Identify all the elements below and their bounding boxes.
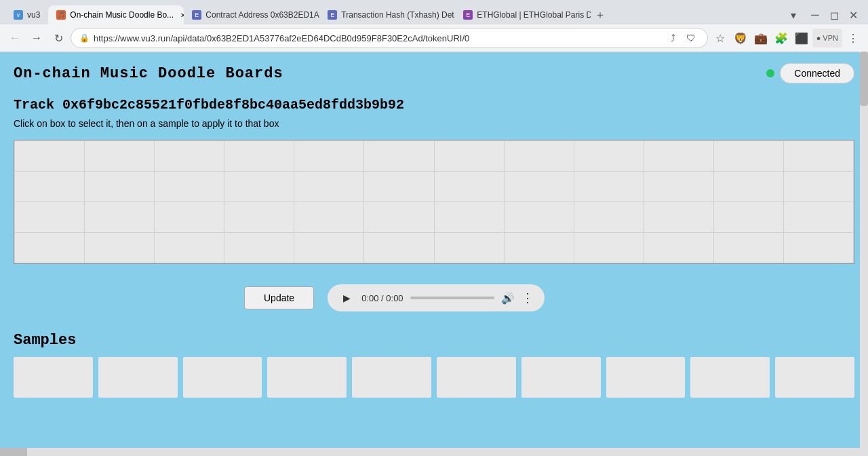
grid-cell[interactable] [294,233,363,263]
bookmark-icon[interactable]: ☆ [711,28,730,48]
grid-cell[interactable] [364,172,433,202]
grid-cell[interactable] [364,202,433,232]
address-box[interactable]: 🔒 https://www.vu3.run/api/data/0x63B2ED1… [71,28,708,48]
grid-cell[interactable] [224,202,294,232]
grid-cell[interactable] [85,233,154,263]
sample-cell[interactable] [775,357,854,398]
scrollbar-thumb[interactable] [860,52,868,106]
maximize-button[interactable]: ◻ [825,5,844,24]
grid-cell[interactable] [574,202,644,232]
grid-cell[interactable] [505,233,574,263]
tab-list-button[interactable]: ▾ [784,5,803,24]
bottom-scroll-thumb[interactable] [0,448,27,456]
grid-cell[interactable] [85,172,154,202]
grid-cell[interactable] [294,141,363,171]
sample-cell[interactable] [606,357,686,398]
close-window-button[interactable]: ✕ [844,5,863,24]
tab-favicon-ethglobal: E [463,10,473,20]
grid-cell[interactable] [435,233,504,263]
grid-cell[interactable] [294,202,363,232]
brave-shield-icon[interactable]: 🛡 [683,30,699,46]
controls-row: Update ▶ 0:00 / 0:00 🔊 ⋮ [14,284,854,311]
grid-cell[interactable] [155,202,224,232]
grid-cell[interactable] [574,141,644,171]
update-button[interactable]: Update [244,286,314,309]
volume-icon[interactable]: 🔊 [501,292,515,305]
grid-cell[interactable] [224,141,294,171]
grid-cell[interactable] [15,141,84,171]
grid-cell[interactable] [784,233,853,263]
grid-cell[interactable] [15,233,84,263]
vpn-icon[interactable]: ● VPN [812,28,842,48]
grid-cell[interactable] [435,172,504,202]
connected-button[interactable]: Connected [780,63,854,83]
grid-cell[interactable] [155,141,224,171]
tab-ethglobal[interactable]: E ETHGlobal | ETHGlobal Paris D... [455,5,591,24]
grid-cell[interactable] [574,233,644,263]
grid-cell[interactable] [644,172,713,202]
grid-cell[interactable] [224,233,294,263]
sample-cell[interactable] [352,357,431,398]
grid-cell[interactable] [364,233,433,263]
grid-cell[interactable] [15,202,84,232]
scrollbar[interactable] [860,52,868,456]
sidebar-icon[interactable]: ⬛ [792,28,811,48]
grid-cell[interactable] [155,233,224,263]
new-tab-button[interactable]: ＋ [591,5,610,24]
wallet-icon[interactable]: 💼 [751,28,770,48]
grid-cell[interactable] [85,141,154,171]
grid-cell[interactable] [784,202,853,232]
grid-cell[interactable] [435,202,504,232]
sample-cell[interactable] [437,357,516,398]
grid-cell[interactable] [644,202,713,232]
grid-cell[interactable] [224,172,294,202]
grid-cell[interactable] [714,233,783,263]
tab-close-music-doodle[interactable]: ✕ [178,10,184,20]
sample-cell[interactable] [690,357,770,398]
audio-progress-bar[interactable] [410,297,495,299]
back-button[interactable]: ← [5,28,24,48]
tab-txhash[interactable]: E Transaction Hash (Txhash) Det... [319,5,455,24]
share-icon[interactable]: ⤴ [665,30,682,46]
url-text: https://www.vu3.run/api/data/0x63B2ED1A5… [94,33,661,43]
grid-cell[interactable] [85,202,154,232]
grid-cell[interactable] [15,172,84,202]
grid-cell[interactable] [714,141,783,171]
tab-favicon-vu3: v [14,10,23,20]
extensions-icon[interactable]: 🧩 [772,28,791,48]
grid-cell[interactable] [714,172,783,202]
grid-cell[interactable] [155,172,224,202]
sample-cell[interactable] [267,357,347,398]
grid-cell[interactable] [784,141,853,171]
grid-cell[interactable] [505,202,574,232]
brave-logo-icon[interactable]: 🦁 [731,28,750,48]
grid-cell[interactable] [784,172,853,202]
instruction-text: Click on box to select it, then on a sam… [14,118,854,129]
forward-button[interactable]: → [27,28,46,48]
grid-cell[interactable] [644,233,713,263]
bottom-scrollbar[interactable] [0,448,868,456]
sample-cell[interactable] [183,357,262,398]
grid-cell[interactable] [435,141,504,171]
grid-cell[interactable] [714,202,783,232]
reload-button[interactable]: ↻ [49,28,68,48]
menu-icon[interactable]: ⋮ [844,28,863,48]
grid-cell[interactable] [294,172,363,202]
sample-cell[interactable] [14,357,93,398]
minimize-button[interactable]: ─ [806,5,825,24]
grid-cell[interactable] [574,172,644,202]
tab-vu3[interactable]: v vu3 [5,5,48,24]
connected-section: Connected [766,63,854,83]
grid-cell[interactable] [505,172,574,202]
tab-contract[interactable]: E Contract Address 0x63B2ED1A... [184,5,319,24]
grid-cell[interactable] [505,141,574,171]
grid-cell[interactable] [644,141,713,171]
grid-cell[interactable] [364,141,433,171]
sample-cell[interactable] [98,357,178,398]
play-button[interactable]: ▶ [338,290,355,306]
app-content: On-chain Music Doodle Boards Connected T… [0,52,868,456]
audio-more-button[interactable]: ⋮ [521,290,534,305]
sample-cell[interactable] [521,357,601,398]
tab-music-doodle[interactable]: 🎵 On-chain Music Doodle Bo... ✕ [48,5,184,24]
tab-favicon-music-doodle: 🎵 [56,10,66,20]
